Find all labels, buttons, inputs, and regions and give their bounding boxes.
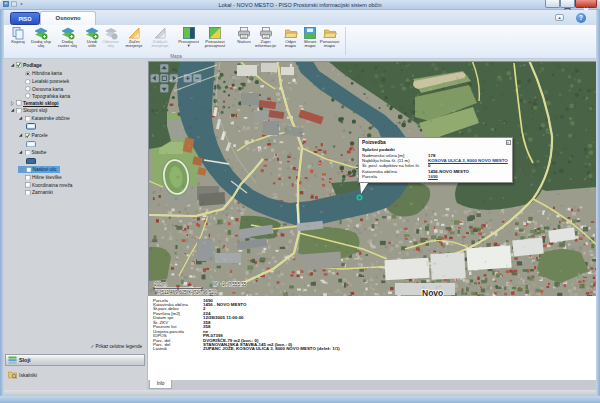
svg-text:Y: 511.469,605 X: 71.796,520: Y: 511.469,605 X: 71.796,520 — [156, 290, 217, 295]
svg-text:200 m: 200 m — [154, 282, 167, 287]
svg-text:M = 1 : 7.555,55: M = 1 : 7.555,55 — [213, 282, 247, 287]
